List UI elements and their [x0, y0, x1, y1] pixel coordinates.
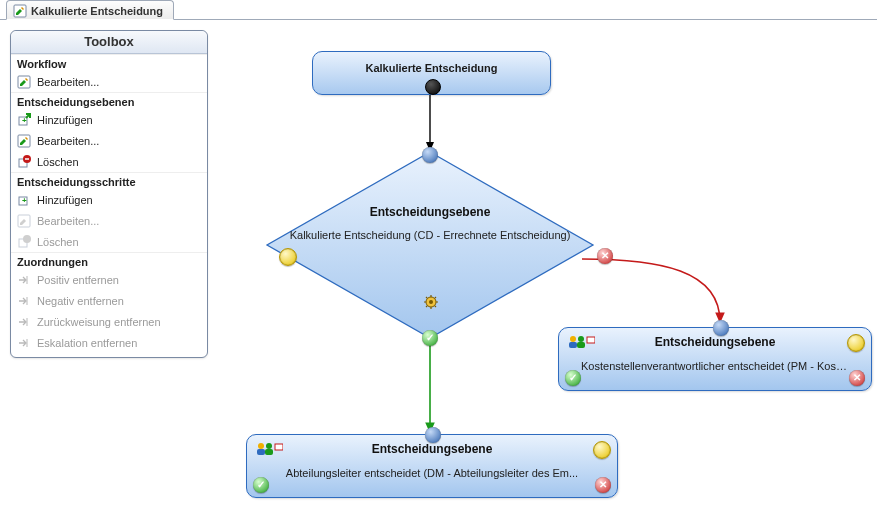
- svg-rect-19: [275, 444, 283, 450]
- delete-icon: [17, 155, 31, 169]
- toolbox-item-label: Zurückweisung entfernen: [37, 316, 161, 328]
- svg-rect-18: [265, 449, 273, 455]
- editor-tab[interactable]: Kalkulierte Entscheidung: [6, 0, 174, 20]
- toolbox-item-label: Bearbeiten...: [37, 76, 99, 88]
- toolbox-panel: Toolbox Workflow Bearbeiten... Entscheid…: [10, 30, 208, 358]
- toolbox-item-step-add[interactable]: + Hinzufügen: [11, 189, 207, 210]
- toolbox-section-assignments: Zuordnungen: [11, 252, 207, 269]
- add-icon: +: [17, 113, 31, 127]
- warning-badge-icon: [847, 334, 865, 352]
- toolbox-item-step-edit: Bearbeiten...: [11, 210, 207, 231]
- toolbox-item-step-delete: Löschen: [11, 231, 207, 252]
- unassign-icon: [17, 315, 31, 329]
- positive-port-icon[interactable]: [422, 330, 438, 346]
- negative-port-icon[interactable]: [595, 477, 611, 493]
- positive-port-icon[interactable]: [565, 370, 581, 386]
- negative-port-icon[interactable]: [849, 370, 865, 386]
- toolbox-item-remove-escalation: Eskalation entfernen: [11, 332, 207, 353]
- input-port-icon: [713, 320, 729, 336]
- edit-icon: [17, 214, 31, 228]
- edit-icon: [17, 75, 31, 89]
- unassign-icon: [17, 294, 31, 308]
- toolbox-item-label: Bearbeiten...: [37, 135, 99, 147]
- svg-marker-12: [267, 152, 593, 338]
- toolbox-item-label: Bearbeiten...: [37, 215, 99, 227]
- toolbox-item-remove-negative: Negativ entfernen: [11, 290, 207, 311]
- toolbox-item-remove-positive: Positiv entfernen: [11, 269, 207, 290]
- start-port-icon: [425, 79, 441, 95]
- warning-badge-icon: [279, 248, 297, 266]
- toolbox-item-remove-reject: Zurückweisung entfernen: [11, 311, 207, 332]
- decision-node[interactable]: Entscheidungsebene Kalkulierte Entscheid…: [265, 150, 595, 340]
- warning-badge-icon: [593, 441, 611, 459]
- svg-rect-21: [569, 342, 577, 348]
- unassign-icon: [17, 273, 31, 287]
- toolbox-item-label: Negativ entfernen: [37, 295, 124, 307]
- svg-rect-16: [257, 449, 265, 455]
- svg-point-20: [570, 336, 576, 342]
- toolbox-section-workflow: Workflow: [11, 54, 207, 71]
- edit-icon: [13, 4, 27, 18]
- workflow-canvas[interactable]: Kalkulierte Entscheidung Toolbox Workflo…: [0, 0, 877, 506]
- decision-node-title: Entscheidungsebene: [275, 205, 585, 219]
- toolbox-item-label: Löschen: [37, 156, 79, 168]
- people-icon: [255, 441, 283, 457]
- edit-icon: [17, 134, 31, 148]
- toolbox-section-levels: Entscheidungsebenen: [11, 92, 207, 109]
- svg-text:+: +: [22, 116, 27, 125]
- svg-point-15: [258, 443, 264, 449]
- result-node-right[interactable]: Entscheidungsebene Kostenstellenverantwo…: [558, 327, 872, 391]
- decision-node-subtitle: Kalkulierte Entscheidung (CD - Errechnet…: [290, 229, 571, 241]
- gear-icon: [423, 294, 439, 310]
- negative-port-icon[interactable]: [597, 248, 613, 264]
- delete-icon: [17, 235, 31, 249]
- svg-rect-24: [587, 337, 595, 343]
- toolbox-item-level-delete[interactable]: Löschen: [11, 151, 207, 172]
- diamond-shape: [265, 150, 595, 340]
- toolbox-section-steps: Entscheidungsschritte: [11, 172, 207, 189]
- toolbox-item-label: Eskalation entfernen: [37, 337, 137, 349]
- input-port-icon: [422, 147, 438, 163]
- svg-point-22: [578, 336, 584, 342]
- result-node-subtitle: Abteilungsleiter entscheidet (DM - Abtei…: [247, 463, 617, 479]
- people-icon: [567, 334, 595, 350]
- toolbox-item-level-edit[interactable]: Bearbeiten...: [11, 130, 207, 151]
- result-node-left[interactable]: Entscheidungsebene Abteilungsleiter ents…: [246, 434, 618, 498]
- input-port-icon: [425, 427, 441, 443]
- svg-rect-23: [577, 342, 585, 348]
- toolbox-item-level-add[interactable]: + Hinzufügen: [11, 109, 207, 130]
- toolbox-item-label: Hinzufügen: [37, 114, 93, 126]
- add-icon: +: [17, 193, 31, 207]
- svg-point-14: [429, 300, 433, 304]
- svg-text:+: +: [22, 196, 27, 205]
- unassign-icon: [17, 336, 31, 350]
- toolbox-item-label: Löschen: [37, 236, 79, 248]
- positive-port-icon[interactable]: [253, 477, 269, 493]
- tab-title: Kalkulierte Entscheidung: [31, 5, 163, 17]
- toolbox-item-label: Positiv entfernen: [37, 274, 119, 286]
- toolbox-item-label: Hinzufügen: [37, 194, 93, 206]
- toolbox-item-workflow-edit[interactable]: Bearbeiten...: [11, 71, 207, 92]
- result-node-subtitle: Kostenstellenverantwortlicher entscheide…: [559, 356, 871, 372]
- start-node[interactable]: Kalkulierte Entscheidung: [312, 51, 551, 95]
- svg-point-17: [266, 443, 272, 449]
- svg-point-11: [23, 235, 31, 243]
- toolbox-title: Toolbox: [11, 31, 207, 54]
